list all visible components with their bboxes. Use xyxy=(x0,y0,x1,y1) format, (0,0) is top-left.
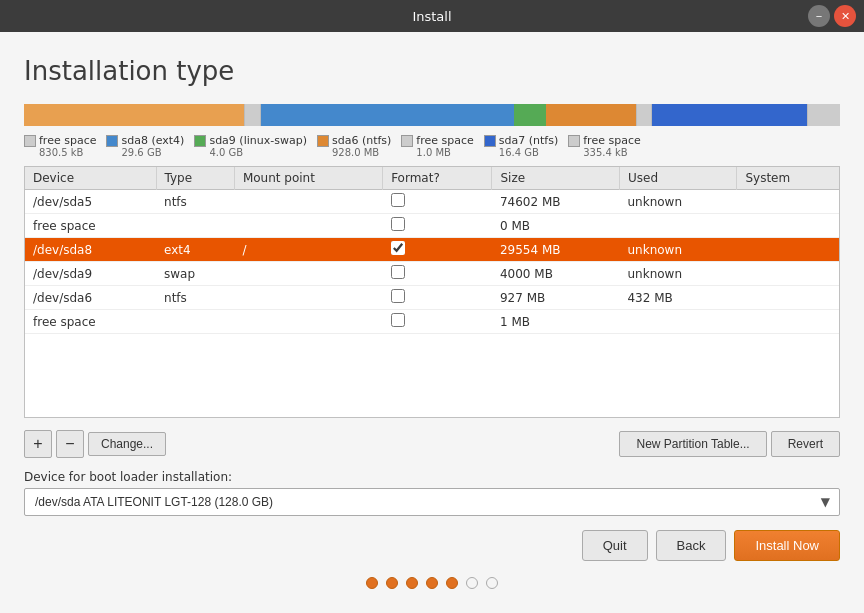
col-format: Format? xyxy=(383,167,492,190)
cell-type xyxy=(156,214,234,238)
cell-device: /dev/sda5 xyxy=(25,190,156,214)
dot-5 xyxy=(446,577,458,589)
cell-type: ext4 xyxy=(156,238,234,262)
cell-device: free space xyxy=(25,214,156,238)
cell-type: ntfs xyxy=(156,286,234,310)
bar-seg-0 xyxy=(24,104,244,126)
cell-size: 29554 MB xyxy=(492,238,620,262)
cell-size: 74602 MB xyxy=(492,190,620,214)
cell-format[interactable] xyxy=(383,262,492,286)
cell-format[interactable] xyxy=(383,310,492,334)
partition-table-wrapper: Device Type Mount point Format? Size Use… xyxy=(24,166,840,418)
col-device: Device xyxy=(25,167,156,190)
dot-4 xyxy=(426,577,438,589)
table-row[interactable]: /dev/sda5ntfs74602 MBunknown xyxy=(25,190,839,214)
main-window: Install − ✕ Installation type xyxy=(0,0,864,613)
cell-mount: / xyxy=(234,238,382,262)
dot-7 xyxy=(486,577,498,589)
cell-device: /dev/sda9 xyxy=(25,262,156,286)
cell-format[interactable] xyxy=(383,238,492,262)
cell-system xyxy=(737,286,839,310)
cell-used: unknown xyxy=(619,190,736,214)
legend-color-6 xyxy=(568,135,580,147)
progress-dots xyxy=(24,577,840,597)
cell-mount xyxy=(234,286,382,310)
bootloader-select-wrapper: /dev/sda ATA LITEONIT LGT-128 (128.0 GB)… xyxy=(24,488,840,516)
bar-seg-7 xyxy=(807,104,840,126)
legend-color-0 xyxy=(24,135,36,147)
minimize-button[interactable]: − xyxy=(808,5,830,27)
bar-seg-2 xyxy=(261,104,514,126)
cell-device: /dev/sda8 xyxy=(25,238,156,262)
cell-system xyxy=(737,310,839,334)
cell-system xyxy=(737,214,839,238)
cell-used: unknown xyxy=(619,238,736,262)
cell-system xyxy=(737,238,839,262)
dot-2 xyxy=(386,577,398,589)
col-used: Used xyxy=(619,167,736,190)
legend-2: sda9 (linux-swap) 4.0 GB xyxy=(194,134,307,158)
cell-size: 927 MB xyxy=(492,286,620,310)
legend-color-1 xyxy=(106,135,118,147)
window-controls: − ✕ xyxy=(808,5,856,27)
quit-button[interactable]: Quit xyxy=(582,530,648,561)
titlebar: Install − ✕ xyxy=(0,0,864,32)
new-partition-table-button[interactable]: New Partition Table... xyxy=(619,431,766,457)
partition-bar xyxy=(24,104,840,126)
table-row[interactable]: free space0 MB xyxy=(25,214,839,238)
install-now-button[interactable]: Install Now xyxy=(734,530,840,561)
main-content: Installation type free space 830. xyxy=(0,32,864,613)
legend-0: free space 830.5 kB xyxy=(24,134,96,158)
cell-device: free space xyxy=(25,310,156,334)
page-title: Installation type xyxy=(24,56,840,86)
window-title: Install xyxy=(412,9,451,24)
nav-buttons: Quit Back Install Now xyxy=(24,530,840,561)
legend-1: sda8 (ext4) 29.6 GB xyxy=(106,134,184,158)
cell-device: /dev/sda6 xyxy=(25,286,156,310)
cell-mount xyxy=(234,190,382,214)
bootloader-section: Device for boot loader installation: /de… xyxy=(24,470,840,516)
bar-seg-5 xyxy=(636,104,652,126)
cell-used xyxy=(619,310,736,334)
col-size: Size xyxy=(492,167,620,190)
legend-color-3 xyxy=(317,135,329,147)
change-button[interactable]: Change... xyxy=(88,432,166,456)
cell-type: ntfs xyxy=(156,190,234,214)
col-mount: Mount point xyxy=(234,167,382,190)
bootloader-select[interactable]: /dev/sda ATA LITEONIT LGT-128 (128.0 GB) xyxy=(24,488,840,516)
cell-used xyxy=(619,214,736,238)
cell-format[interactable] xyxy=(383,190,492,214)
legend-6: free space 335.4 kB xyxy=(568,134,640,158)
legend-color-5 xyxy=(484,135,496,147)
revert-button[interactable]: Revert xyxy=(771,431,840,457)
table-row[interactable]: /dev/sda8ext4/29554 MBunknown xyxy=(25,238,839,262)
bar-seg-4 xyxy=(546,104,636,126)
close-button[interactable]: ✕ xyxy=(834,5,856,27)
cell-format[interactable] xyxy=(383,214,492,238)
bar-seg-1 xyxy=(244,104,260,126)
back-button[interactable]: Back xyxy=(656,530,727,561)
legend-color-2 xyxy=(194,135,206,147)
cell-system xyxy=(737,190,839,214)
cell-size: 0 MB xyxy=(492,214,620,238)
col-type: Type xyxy=(156,167,234,190)
cell-used: unknown xyxy=(619,262,736,286)
cell-size: 4000 MB xyxy=(492,262,620,286)
cell-format[interactable] xyxy=(383,286,492,310)
partition-legend: free space 830.5 kB sda8 (ext4) 29.6 GB … xyxy=(24,134,840,158)
partition-bar-container xyxy=(24,104,840,126)
legend-color-4 xyxy=(401,135,413,147)
table-row[interactable]: free space1 MB xyxy=(25,310,839,334)
remove-partition-button[interactable]: − xyxy=(56,430,84,458)
legend-4: free space 1.0 MB xyxy=(401,134,473,158)
cell-used: 432 MB xyxy=(619,286,736,310)
cell-type xyxy=(156,310,234,334)
table-row[interactable]: /dev/sda6ntfs927 MB432 MB xyxy=(25,286,839,310)
cell-type: swap xyxy=(156,262,234,286)
add-partition-button[interactable]: + xyxy=(24,430,52,458)
table-row[interactable]: /dev/sda9swap4000 MBunknown xyxy=(25,262,839,286)
col-system: System xyxy=(737,167,839,190)
bar-seg-6 xyxy=(652,104,807,126)
cell-mount xyxy=(234,262,382,286)
dot-6 xyxy=(466,577,478,589)
